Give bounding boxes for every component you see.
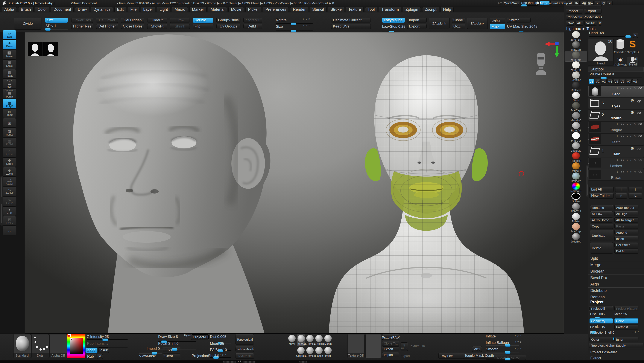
move-out-folder-button[interactable]: ↱ xyxy=(615,193,627,199)
cube-icon[interactable]: ◇ xyxy=(2,226,16,235)
shrink-button[interactable]: Shrink xyxy=(170,24,190,29)
project-history-button[interactable]: Project History xyxy=(614,306,638,311)
menu-item-preferences[interactable]: Preferences xyxy=(263,7,289,12)
delete-button[interactable]: Delete xyxy=(590,242,613,254)
clone-txtr-button[interactable]: Clone Txtr xyxy=(382,341,399,346)
head-r-button[interactable]: R xyxy=(633,33,638,38)
brush-icon[interactable]: ✎ xyxy=(634,87,636,90)
subtool-section-header[interactable]: Subtool xyxy=(588,67,644,72)
menu-item-document[interactable]: Document xyxy=(51,7,74,12)
textureraw-button[interactable]: TextureRAW xyxy=(382,335,399,340)
menu-item-texture[interactable]: Texture xyxy=(346,7,364,12)
subtool-row-teeth[interactable]: ↧●●◑◐✎Teeth xyxy=(588,133,644,145)
bottom-projectall-button[interactable]: ProjectAll xyxy=(191,334,209,340)
topological-button[interactable]: Topological xyxy=(235,334,254,344)
version-v6[interactable]: V6 xyxy=(620,79,625,84)
gear-icon[interactable]: ⚙ xyxy=(630,110,634,115)
eye-icon[interactable] xyxy=(638,171,642,173)
tool-goz-button[interactable]: GoZ xyxy=(566,21,574,26)
menus-toggle[interactable]: Menus xyxy=(540,1,550,5)
link-icon[interactable]: ↧ xyxy=(616,158,619,162)
material-matcap[interactable]: MatCap xyxy=(565,223,587,233)
material-zmetal[interactable]: ZMetal xyxy=(565,213,587,223)
tool-button-flip-v[interactable]: ⇅Flip V xyxy=(2,197,16,206)
size-slider[interactable] xyxy=(276,31,313,31)
backfacemask-button[interactable]: BackfaceMask xyxy=(235,346,254,352)
lights-shelf-button[interactable]: Lights xyxy=(490,18,505,23)
material-hsvcol[interactable]: HSVCol xyxy=(565,203,587,213)
tool-button-rotate[interactable]: RRotate xyxy=(2,69,16,79)
insert-button[interactable]: Insert xyxy=(614,236,638,241)
contrast-icon[interactable]: ◐ xyxy=(630,87,632,90)
lower-res-button[interactable]: Lower Res xyxy=(71,18,93,23)
menu-item-dynamics[interactable]: Dynamics xyxy=(91,7,113,12)
smooth-slider[interactable] xyxy=(486,359,519,359)
visible-count-slider[interactable] xyxy=(590,78,642,78)
keep-uvs-button[interactable]: Keep UVs xyxy=(331,24,371,29)
switch-button[interactable]: Switch xyxy=(507,18,531,23)
all-low-button[interactable]: All Low xyxy=(590,211,613,216)
bottom-texture-on-button[interactable]: Texture On xyxy=(235,353,254,359)
project-basrelief-row[interactable]: Project BasRelief xyxy=(588,349,644,355)
menu-item-marker[interactable]: Marker xyxy=(189,7,206,12)
subtool-up-button[interactable]: ↑ xyxy=(615,187,627,192)
z-intensity-knob[interactable] xyxy=(102,338,108,341)
material-zbro_ski[interactable]: zbro_Ski xyxy=(565,31,587,41)
goz-button[interactable]: GoZ xyxy=(452,24,466,29)
tool-button-aahalf[interactable]: ½AAHalf xyxy=(2,187,16,196)
shaded-icon[interactable]: ◑ xyxy=(626,122,628,126)
version-v5[interactable]: V5 xyxy=(614,79,619,84)
shaded-icon[interactable]: ◑ xyxy=(626,87,628,90)
double-button[interactable]: Double xyxy=(193,18,214,23)
tool-button-edit[interactable]: ▱Edit xyxy=(2,30,16,40)
tool-thumb-head[interactable]: 10 Head xyxy=(588,39,614,66)
menu-item-layer[interactable]: Layer xyxy=(140,7,156,12)
mask-button[interactable]: Mask xyxy=(490,24,505,29)
make-polymesh3d-button[interactable]: Make PolyMesh3D xyxy=(575,15,602,20)
material-basicma[interactable]: BasicMa xyxy=(565,142,587,152)
brush-tile-zremes-2[interactable]: ZRemes xyxy=(306,334,314,346)
version-v2[interactable]: V2 xyxy=(595,79,600,84)
tool-button-frame[interactable]: ⊡Frame xyxy=(2,109,16,118)
smt-button[interactable]: Smt xyxy=(45,18,68,23)
gear-icon[interactable]: ⚙ xyxy=(630,147,634,151)
brush-tile-zproject-3[interactable]: ZProject xyxy=(315,334,323,346)
material-zbro_mo[interactable]: zbro_mo xyxy=(565,51,587,62)
clear-button[interactable]: Clear xyxy=(163,353,180,359)
tool-button-scale[interactable]: SScale xyxy=(2,60,16,69)
link-icon[interactable]: ↧ xyxy=(616,170,619,173)
eye-icon[interactable] xyxy=(638,123,642,125)
tray-cut-button-2[interactable] xyxy=(584,5,602,7)
head-count-knob[interactable] xyxy=(625,35,631,38)
append-button[interactable]: Append xyxy=(614,230,638,235)
menu-item-movie[interactable]: Movie xyxy=(228,7,244,12)
tool-thumb-head2[interactable]: 10 Head xyxy=(627,56,638,66)
imbed-slider[interactable] xyxy=(139,353,162,353)
eye-icon[interactable] xyxy=(637,111,641,115)
tool-button-transp[interactable]: ◪Transp xyxy=(2,128,16,137)
link-icon[interactable]: ↧ xyxy=(616,87,619,90)
tool-button-move[interactable]: MMove xyxy=(2,50,16,59)
section-align[interactable]: Align xyxy=(588,281,644,287)
paste-button[interactable]: Paste xyxy=(614,224,638,229)
menu-item-color[interactable]: Color xyxy=(35,7,49,12)
document-canvas[interactable] xyxy=(25,32,564,333)
material-reflecte[interactable]: Reflecte xyxy=(565,172,587,183)
section-distribute[interactable]: Distribute xyxy=(588,287,644,294)
subtool-row-head[interactable]: ↧●●◑◐✎Head xyxy=(588,86,644,97)
shelf-export-button[interactable]: Export xyxy=(407,24,426,29)
all-high-button[interactable]: All High xyxy=(614,211,638,216)
rotate-knob[interactable] xyxy=(291,23,296,25)
uv-groups-button[interactable]: Uv Groups xyxy=(216,24,240,29)
brush-icon[interactable]: ✎ xyxy=(634,122,636,126)
tool-thumb-simpleb[interactable]: S SimpleB xyxy=(627,39,638,55)
menu-item-render[interactable]: Render xyxy=(290,7,308,12)
reproject-higher-subdiv-button[interactable]: Reproject Higher Subdiv xyxy=(589,343,643,348)
all-to-target-button[interactable]: All To Target xyxy=(614,217,638,222)
subtool-down-button[interactable]: ↓ xyxy=(628,187,642,192)
tool-button-invers[interactable]: ◩Invers xyxy=(2,216,16,226)
lazymouse-button[interactable]: LazyMouse xyxy=(382,18,405,23)
brush-tile-claybuil-5[interactable]: ClayBuil xyxy=(297,346,305,358)
farthest-button[interactable]: Farthest xyxy=(614,324,638,329)
material-metalicc[interactable]: MetalicC xyxy=(565,112,587,122)
